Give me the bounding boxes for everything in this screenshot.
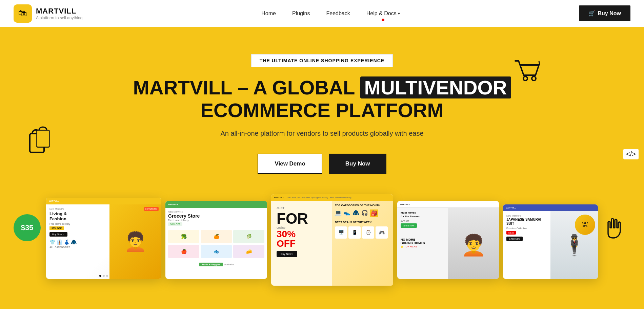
svg-point-1 [532, 76, 536, 81]
nav-actions: 🛒 Buy Now [579, 5, 630, 21]
nav-feedback[interactable]: Feedback [326, 10, 350, 17]
hero-badge: THE ULTIMATE ONLINE SHOPPING EXPERIENCE [251, 54, 393, 67]
hand-decoration-icon [601, 213, 625, 241]
price-badge: $35 [14, 214, 41, 241]
logo-name: MARTVILL [36, 7, 82, 16]
nav-plugins[interactable]: Plugins [292, 10, 310, 17]
hero-section: </> $35 THE ULTIMATE ONLINE SHOPPING EXP… [0, 27, 644, 309]
cart-decoration-icon [512, 58, 542, 86]
nav-dot [382, 19, 384, 21]
hero-subtitle: An all-in-one platform for vendors to se… [220, 130, 423, 137]
bags-decoration-icon [27, 125, 54, 157]
screenshot-grocery[interactable]: MARTVILL New Martvill's Grocery Store Fr… [165, 201, 267, 279]
svg-point-0 [523, 76, 527, 81]
cart-icon: 🛒 [588, 10, 595, 17]
nav-links: Home Plugins Feedback Help & Docs ▾ [261, 10, 400, 17]
chevron-down-icon: ▾ [398, 11, 400, 16]
nav-help-docs[interactable]: Help & Docs ▾ [366, 10, 400, 17]
hero-buttons: View Demo Buy Now [258, 154, 386, 174]
buy-now-button[interactable]: 🛒 Buy Now [579, 5, 630, 21]
hero-title-highlight: MULTIVENDOR [360, 76, 511, 98]
screenshot-sale[interactable]: MARTVILL Hot Offers Top Favourites Top O… [271, 194, 393, 286]
screenshot-samurai[interactable]: MARTVILL New Martvill's JAPANESE SAMURAI… [503, 204, 598, 279]
screenshots-row: MARTVILL New Martvill's Living &Fashion … [0, 194, 644, 279]
svg-rect-4 [37, 130, 49, 147]
logo-area[interactable]: 🛍 MARTVILL A platform to sell anything [14, 4, 82, 23]
hero-title: MARTVILL – A GLOBAL MULTIVENDOR ECOMMERC… [85, 76, 559, 122]
screenshot-fashion[interactable]: MARTVILL New Martvill's Living &Fashion … [46, 198, 161, 279]
logo-icon: 🛍 [14, 4, 32, 23]
navbar: 🛍 MARTVILL A platform to sell anything H… [0, 0, 644, 27]
logo-text-block: MARTVILL A platform to sell anything [36, 7, 82, 20]
screenshot-fashion2[interactable]: MARTVILL Must-Havesfor the Season 30% Of… [397, 201, 499, 279]
nav-home[interactable]: Home [261, 10, 276, 17]
buy-now-hero-button[interactable]: Buy Now [329, 154, 386, 174]
code-expand-icon[interactable]: </> [623, 149, 639, 159]
view-demo-button[interactable]: View Demo [258, 154, 322, 174]
svg-line-2 [539, 61, 540, 65]
logo-tagline: A platform to sell anything [36, 16, 82, 20]
